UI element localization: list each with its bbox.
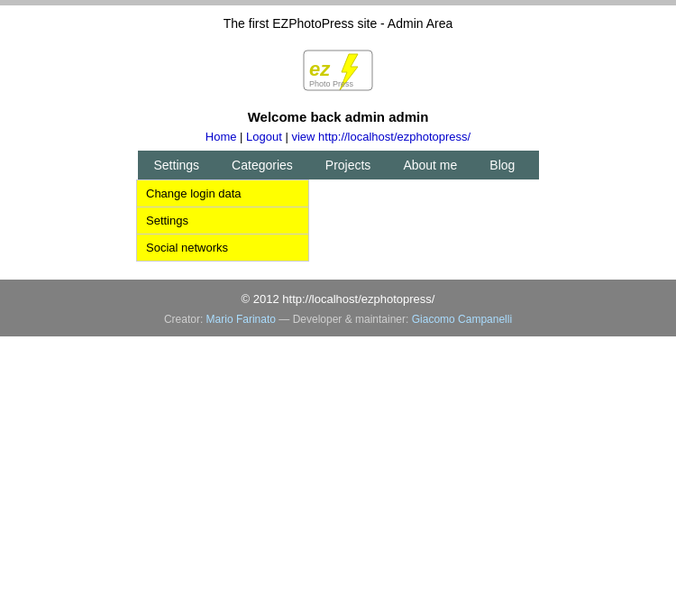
footer-credits: Creator: Mario Farinato — Developer & ma… bbox=[0, 309, 676, 329]
separator: — bbox=[279, 313, 292, 326]
nav-item-blog[interactable]: Blog bbox=[473, 151, 531, 179]
view-site-link[interactable]: view http://localhost/ezphotopress/ bbox=[291, 130, 470, 143]
developer-link[interactable]: Giacomo Campanelli bbox=[412, 313, 512, 326]
logo-area: ez Photo Press bbox=[0, 38, 676, 104]
home-link[interactable]: Home bbox=[206, 130, 237, 143]
logo-icon: ez Photo Press bbox=[302, 47, 374, 92]
nav-item-projects[interactable]: Projects bbox=[309, 151, 388, 179]
creator-link[interactable]: Mario Farinato bbox=[206, 313, 276, 326]
nav-item-settings[interactable]: Settings bbox=[138, 151, 216, 179]
dropdown-item-social-networks[interactable]: Social networks bbox=[137, 234, 308, 261]
page-title: The first EZPhotoPress site - Admin Area bbox=[0, 5, 676, 38]
nav-item-aboutme[interactable]: About me bbox=[387, 151, 473, 179]
welcome-area: Welcome back admin admin bbox=[0, 104, 676, 128]
dropdown-menu: Change login data Settings Social networ… bbox=[136, 179, 309, 262]
creator-label: Creator: bbox=[164, 313, 203, 326]
dropdown-item-settings[interactable]: Settings bbox=[137, 207, 308, 234]
footer: © 2012 http://localhost/ezphotopress/ Cr… bbox=[0, 280, 676, 336]
logout-link[interactable]: Logout bbox=[246, 130, 282, 143]
svg-text:Photo: Photo bbox=[309, 79, 331, 88]
developer-label: Developer & maintainer: bbox=[293, 313, 409, 326]
nav-links-area: Home | Logout | view http://localhost/ez… bbox=[0, 128, 676, 151]
nav-item-categories[interactable]: Categories bbox=[215, 151, 309, 179]
footer-copyright: © 2012 http://localhost/ezphotopress/ bbox=[0, 289, 676, 309]
svg-text:Press: Press bbox=[333, 79, 354, 88]
welcome-text: Welcome back admin admin bbox=[0, 109, 676, 124]
dropdown-item-change-login[interactable]: Change login data bbox=[137, 180, 308, 207]
svg-text:ez: ez bbox=[309, 58, 331, 80]
main-nav: Settings Categories Projects About me Bl… bbox=[138, 151, 539, 179]
